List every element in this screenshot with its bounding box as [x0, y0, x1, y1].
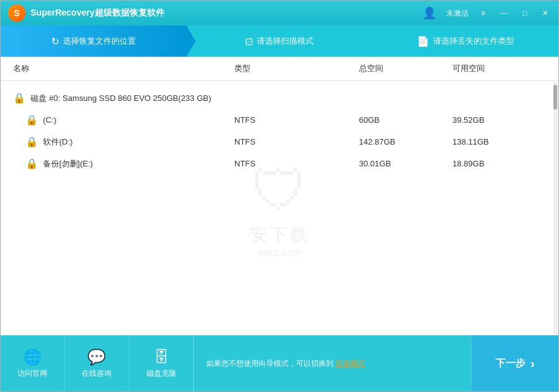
partition-d-type: NTFS	[234, 137, 359, 146]
user-icon: 👤	[423, 6, 436, 20]
disk-group: 🔒 磁盘 #0: Samsung SSD 860 EVO 250GB(233 G…	[7, 87, 552, 174]
step-1-content: ↻ 选择恢复文件的位置	[51, 36, 136, 47]
app-title: SuperRecovery超级数据恢复软件	[31, 7, 165, 19]
watermark-text: 安下载	[250, 223, 310, 247]
table-body: 🛡 安下载 anxz.com 🔒 磁盘 #0: Samsung SSD 860 …	[1, 81, 558, 335]
partition-c-label: (C:)	[43, 115, 57, 125]
step-2-label: 请选择扫描模式	[257, 36, 313, 47]
watermark-subtext: anxz.com	[250, 247, 310, 258]
disk-hdd-icon: 🔒	[13, 92, 26, 104]
partition-e-type: NTFS	[234, 159, 359, 168]
menu-icon[interactable]: ≡	[479, 9, 488, 17]
title-bar-right: 👤 未激活 ≡ — □ ✕	[423, 6, 551, 20]
col-type: 类型	[234, 63, 359, 74]
main-content: 名称 类型 总空间 可用空间 🛡 安下载 anxz.com 🔒 磁盘 #0: S…	[1, 57, 558, 335]
minimize-button[interactable]: —	[498, 9, 510, 17]
partition-d[interactable]: 🔒 软件(D:) NTFS 142.87GB 138.11GB	[7, 131, 552, 153]
step-3-content: 📄 请选择丢失的文件类型	[417, 36, 514, 47]
scroll-thumb[interactable]	[553, 85, 557, 110]
partition-c-total: 60GB	[359, 115, 452, 125]
step-1-arrow	[186, 26, 196, 57]
partition-d-name: 🔒 软件(D:)	[26, 136, 234, 148]
partition-e[interactable]: 🔒 备份[勿删](E:) NTFS 30.01GB 18.89GB	[7, 153, 552, 174]
partition-e-total: 30.01GB	[359, 159, 452, 168]
step-3-label: 请选择丢失的文件类型	[433, 36, 514, 47]
partition-d-label: 软件(D:)	[43, 136, 73, 148]
step-2[interactable]: ⊡ 请选择扫描模式	[186, 26, 372, 57]
col-total: 总空间	[359, 63, 452, 74]
partition-e-label: 备份[勿删](E:)	[43, 158, 93, 170]
partition-e-name: 🔒 备份[勿删](E:)	[26, 158, 234, 170]
step-2-icon: ⊡	[245, 36, 253, 47]
step-3-icon: 📄	[417, 36, 429, 47]
next-label: 下一步	[495, 357, 525, 370]
close-button[interactable]: ✕	[540, 9, 551, 17]
next-button[interactable]: 下一步 ›	[471, 335, 558, 391]
app-logo: S	[8, 4, 26, 22]
disk-clone-icon: 🗄	[154, 348, 169, 366]
disk-clone-button[interactable]: 🗄 磁盘克隆	[130, 335, 193, 391]
footer: 🌐 访问官网 💬 在线咨询 🗄 磁盘克隆 如果您不想使用向导模式，可以切换到 坑…	[1, 335, 558, 391]
visit-web-label: 访问官网	[17, 368, 47, 379]
partition-d-free: 138.11GB	[452, 137, 546, 146]
partition-c-name: 🔒 (C:)	[26, 114, 234, 126]
visit-web-icon: 🌐	[23, 348, 42, 366]
drive-c-icon: 🔒	[26, 114, 38, 126]
step-1-label: 选择恢复文件的位置	[63, 36, 136, 47]
online-consult-icon: 💬	[87, 348, 106, 366]
drive-e-icon: 🔒	[26, 158, 38, 170]
footer-info: 如果您不想使用向导模式，可以切换到 坑道模式	[194, 358, 471, 369]
partition-c-free: 39.52GB	[452, 115, 546, 125]
partition-d-total: 142.87GB	[359, 137, 452, 146]
step-1[interactable]: ↻ 选择恢复文件的位置	[1, 26, 186, 57]
user-status[interactable]: 未激活	[446, 8, 469, 19]
scrollbar[interactable]	[553, 82, 558, 335]
online-consult-button[interactable]: 💬 在线咨询	[65, 335, 129, 391]
step-bar: ↻ 选择恢复文件的位置 ⊡ 请选择扫描模式 📄 请选择丢失的文件类型	[1, 26, 558, 57]
drive-d-icon: 🔒	[26, 136, 38, 148]
disk-label: 磁盘 #0: Samsung SSD 860 EVO 250GB(233 GB)	[31, 93, 211, 104]
step-2-content: ⊡ 请选择扫描模式	[245, 36, 313, 47]
visit-web-button[interactable]: 🌐 访问官网	[1, 335, 65, 391]
table-header: 名称 类型 总空间 可用空间	[1, 57, 558, 81]
title-bar-left: S SuperRecovery超级数据恢复软件	[8, 4, 165, 22]
title-bar: S SuperRecovery超级数据恢复软件 👤 未激活 ≡ — □ ✕	[1, 1, 558, 26]
col-name: 名称	[13, 63, 234, 74]
disk-clone-label: 磁盘克隆	[146, 368, 176, 379]
partition-c-type: NTFS	[234, 115, 359, 125]
footer-actions: 🌐 访问官网 💬 在线咨询 🗄 磁盘克隆	[1, 335, 194, 391]
next-arrow-icon: ›	[530, 356, 535, 371]
step-3[interactable]: 📄 请选择丢失的文件类型	[373, 26, 558, 57]
col-free: 可用空间	[452, 63, 546, 74]
online-consult-label: 在线咨询	[82, 368, 112, 379]
partition-c[interactable]: 🔒 (C:) NTFS 60GB 39.52GB	[7, 109, 552, 131]
disk-header: 🔒 磁盘 #0: Samsung SSD 860 EVO 250GB(233 G…	[7, 87, 552, 109]
step-1-icon: ↻	[51, 36, 59, 47]
footer-info-text: 如果您不想使用向导模式，可以切换到	[206, 359, 333, 368]
step-2-arrow	[373, 26, 382, 57]
footer-info-link[interactable]: 坑道模式	[335, 359, 365, 368]
maximize-button[interactable]: □	[520, 9, 530, 17]
partition-e-free: 18.89GB	[452, 159, 546, 168]
